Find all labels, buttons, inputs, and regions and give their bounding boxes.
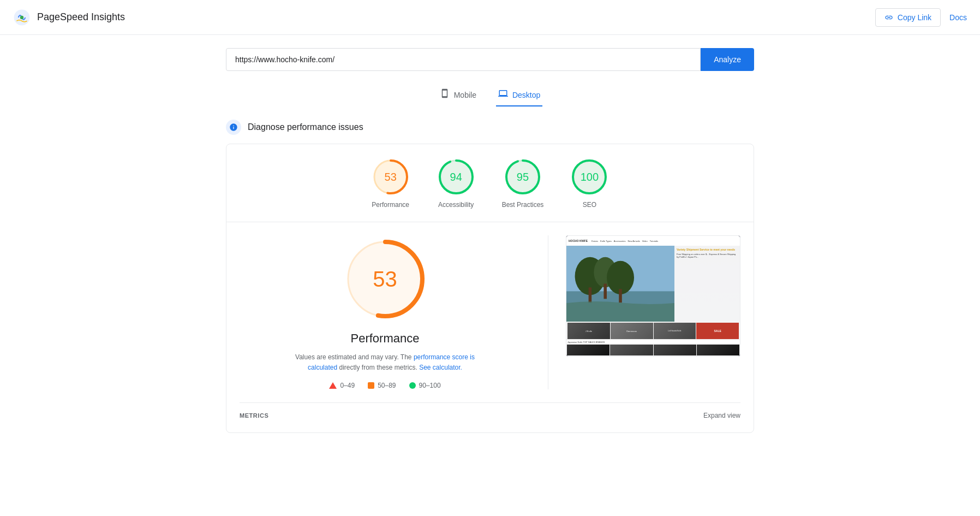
svg-rect-17 (589, 287, 592, 303)
ss-products: J Knife Damascus Left Handed Knife SALE (566, 322, 740, 340)
best-practices-label: Best Practices (502, 201, 544, 209)
ss-product-1: J Knife (567, 323, 610, 339)
ss-hero-text: Variety Shipment Service to meet your ne… (674, 246, 740, 322)
ss-nav-4: New Arrivals (628, 240, 640, 242)
legend-poor: 0–49 (329, 382, 355, 389)
docs-button[interactable]: Docs (949, 13, 967, 22)
score-item-performance[interactable]: 53 Performance (371, 157, 410, 209)
seo-label: SEO (583, 201, 596, 209)
copy-link-label: Copy Link (898, 13, 931, 22)
results-card: 53 Performance 94 Accessibility (226, 144, 754, 433)
copy-link-button[interactable]: Copy Link (875, 8, 941, 27)
ss-logo: HOCHO KNIFE (569, 239, 588, 242)
performance-score: 53 (385, 171, 397, 183)
ss-product-4-sale: SALE (696, 323, 739, 339)
ss-variety-title: Variety Shipment Service to meet your ne… (677, 248, 738, 252)
accessibility-label: Accessibility (438, 201, 474, 209)
ss-nav-2: Knife Types (600, 240, 612, 242)
ss-product-2-label: Damascus (626, 330, 637, 333)
performance-title: Performance (351, 331, 420, 346)
vertical-divider (548, 235, 548, 389)
mobile-icon (440, 88, 450, 101)
site-screenshot: HOCHO KNIFE Knives Knife Types Accessori… (566, 235, 740, 357)
svg-rect-18 (603, 284, 607, 299)
ss-navbar: HOCHO KNIFE Knives Knife Types Accessori… (566, 236, 740, 246)
ss-brands: Japanese Knife TOP SALES BRANDS (566, 340, 740, 344)
tab-desktop-label: Desktop (512, 91, 540, 99)
ss-hero-image (566, 246, 674, 322)
legend: 0–49 50–89 90–100 (329, 382, 440, 389)
legend-good: 90–100 (409, 382, 441, 389)
accessibility-circle: 94 (437, 157, 476, 197)
tab-desktop[interactable]: Desktop (496, 84, 542, 106)
tab-mobile-label: Mobile (454, 91, 476, 99)
large-performance-score: 53 (373, 267, 397, 292)
ss-hero: Variety Shipment Service to meet your ne… (566, 246, 740, 322)
best-practices-circle: 95 (503, 157, 542, 197)
performance-left: 53 Performance Values are estimated and … (240, 235, 530, 389)
performance-detail: 53 Performance Values are estimated and … (240, 235, 740, 389)
desktop-icon (498, 88, 508, 101)
score-item-seo[interactable]: 100 SEO (570, 157, 609, 209)
diagnose-section: Diagnose performance issues (226, 120, 754, 135)
good-icon (409, 382, 416, 389)
large-performance-circle: 53 (342, 235, 429, 323)
analyze-button[interactable]: Analyze (701, 48, 754, 71)
diagnose-icon (229, 123, 238, 132)
app-title: PageSpeed Insights (37, 11, 125, 23)
needs-improvement-icon (368, 382, 374, 389)
scores-row: 53 Performance 94 Accessibility (240, 157, 740, 209)
ss-product-3-label: Left Handed Knife (668, 330, 681, 332)
performance-circle: 53 (371, 157, 410, 197)
legend-good-label: 90–100 (419, 382, 441, 389)
poor-icon (329, 382, 337, 389)
score-item-accessibility[interactable]: 94 Accessibility (437, 157, 476, 209)
ss-brands-label: Japanese Knife TOP SALES BRANDS (567, 341, 605, 343)
main-content: Analyze Mobile Desktop Diagnose performa… (217, 35, 763, 446)
ss-bottom-2 (610, 345, 653, 355)
screenshot-inner: HOCHO KNIFE Knives Knife Types Accessori… (566, 236, 740, 356)
diagnose-icon-wrapper (226, 120, 241, 135)
tab-mobile[interactable]: Mobile (438, 84, 479, 106)
ss-nav-5: Video (642, 240, 648, 242)
ss-bottom-1 (567, 345, 609, 355)
url-input[interactable] (226, 48, 701, 71)
tabs-container: Mobile Desktop (226, 84, 754, 106)
scores-divider (226, 222, 754, 222)
ss-hero-art (566, 246, 674, 322)
ss-nav-1: Knives (591, 240, 598, 242)
psi-logo-icon (13, 9, 31, 26)
seo-circle: 100 (570, 157, 609, 197)
header: PageSpeed Insights Copy Link Docs (0, 0, 980, 35)
expand-view-button[interactable]: Expand view (703, 412, 740, 419)
ss-nav-3: Accessories (614, 240, 626, 242)
diagnose-title: Diagnose performance issues (248, 122, 363, 132)
ss-product-2: Damascus (611, 323, 653, 339)
performance-right: HOCHO KNIFE Knives Knife Types Accessori… (566, 235, 740, 357)
ss-nav-6: Tutorials (650, 240, 658, 242)
best-practices-score: 95 (517, 171, 529, 183)
metrics-label: METRICS (240, 412, 268, 419)
legend-needs-improvement: 50–89 (368, 382, 396, 389)
header-left: PageSpeed Insights (13, 9, 125, 26)
see-calculator-link[interactable]: See calculator. (419, 364, 462, 371)
accessibility-score: 94 (450, 171, 462, 183)
ss-nav-items: Knives Knife Types Accessories New Arriv… (591, 240, 658, 242)
metrics-footer: METRICS Expand view (240, 402, 740, 419)
legend-poor-label: 0–49 (340, 382, 355, 389)
performance-description: Values are estimated and may vary. The p… (292, 352, 478, 373)
svg-point-1 (20, 15, 23, 19)
ss-bottom-3 (654, 345, 696, 355)
performance-label: Performance (372, 201, 409, 209)
screenshot-mockup: HOCHO KNIFE Knives Knife Types Accessori… (566, 236, 740, 356)
seo-score: 100 (581, 171, 599, 183)
ss-bottom-products (566, 344, 740, 356)
url-section: Analyze (226, 48, 754, 71)
header-right: Copy Link Docs (875, 8, 967, 27)
ss-product-3: Left Handed Knife (654, 323, 696, 339)
svg-rect-19 (619, 289, 622, 303)
score-item-best-practices[interactable]: 95 Best Practices (502, 157, 544, 209)
ss-free-shipping: Free Shipping on orders over $... Expres… (677, 253, 738, 258)
ss-bottom-4 (697, 345, 739, 355)
ss-sale-label: SALE (714, 329, 721, 333)
